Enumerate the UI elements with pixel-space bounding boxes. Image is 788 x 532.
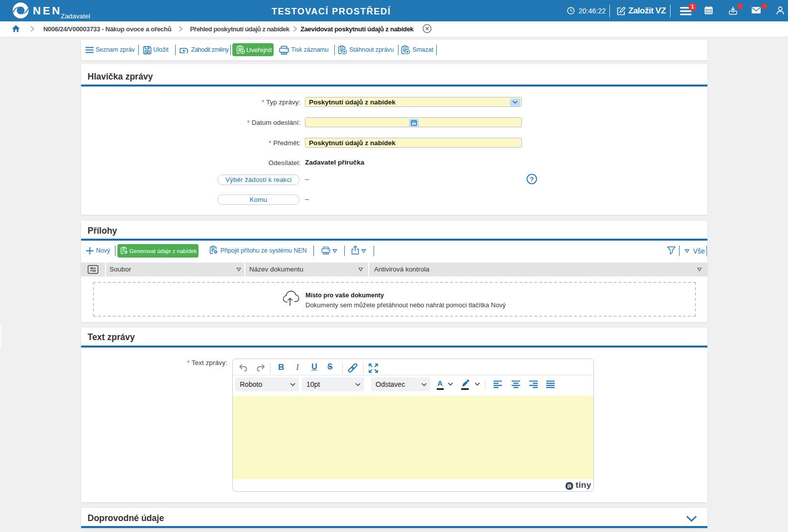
svg-text:?: ?: [530, 176, 534, 183]
